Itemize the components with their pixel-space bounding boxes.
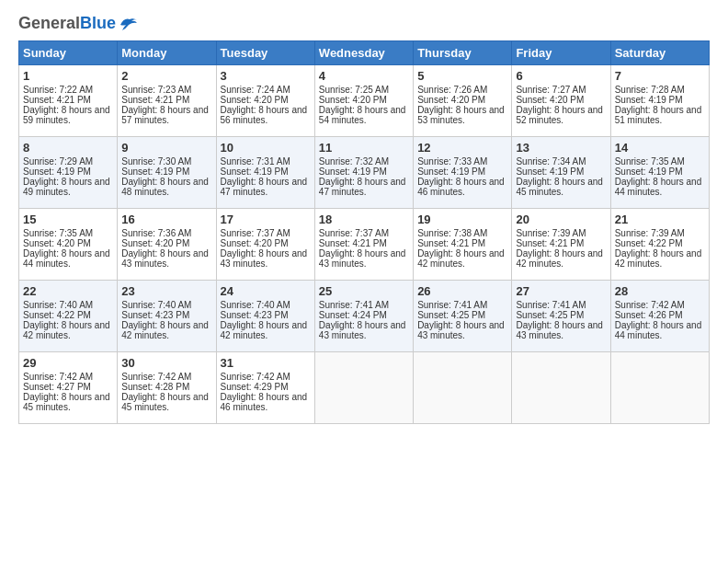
sunrise-label: Sunrise: 7:35 AM [23, 228, 93, 238]
calendar-week-row: 8Sunrise: 7:29 AMSunset: 4:19 PMDaylight… [19, 136, 710, 208]
calendar-cell: 11Sunrise: 7:32 AMSunset: 4:19 PMDayligh… [314, 136, 413, 208]
daylight-label: Daylight: 8 hours and 44 minutes. [615, 320, 702, 340]
sunset-label: Sunset: 4:19 PM [615, 95, 683, 105]
calendar-cell: 8Sunrise: 7:29 AMSunset: 4:19 PMDaylight… [19, 136, 118, 208]
daylight-label: Daylight: 8 hours and 47 minutes. [319, 177, 406, 197]
day-header-sunday: Sunday [19, 40, 118, 64]
calendar-cell: 26Sunrise: 7:41 AMSunset: 4:25 PMDayligh… [414, 280, 512, 351]
daylight-label: Daylight: 8 hours and 49 minutes. [23, 177, 110, 197]
sunset-label: Sunset: 4:20 PM [516, 95, 584, 105]
day-number: 30 [121, 356, 211, 370]
sunrise-label: Sunrise: 7:40 AM [23, 300, 93, 310]
calendar-cell: 9Sunrise: 7:30 AMSunset: 4:19 PMDaylight… [118, 136, 216, 208]
daylight-label: Daylight: 8 hours and 42 minutes. [615, 248, 702, 269]
sunrise-label: Sunrise: 7:35 AM [615, 156, 685, 167]
sunset-label: Sunset: 4:22 PM [615, 238, 683, 248]
day-number: 1 [23, 69, 113, 83]
daylight-label: Daylight: 8 hours and 43 minutes. [516, 320, 603, 340]
sunrise-label: Sunrise: 7:41 AM [319, 300, 389, 310]
daylight-label: Daylight: 8 hours and 57 minutes. [121, 105, 209, 125]
calendar-cell: 7Sunrise: 7:28 AMSunset: 4:19 PMDaylight… [610, 64, 709, 136]
day-number: 28 [615, 284, 705, 298]
daylight-label: Daylight: 8 hours and 47 minutes. [221, 177, 308, 197]
daylight-label: Daylight: 8 hours and 54 minutes. [319, 105, 406, 125]
sunset-label: Sunset: 4:20 PM [121, 238, 189, 248]
sunrise-label: Sunrise: 7:42 AM [23, 372, 93, 382]
day-header-thursday: Thursday [414, 40, 512, 64]
calendar-cell: 4Sunrise: 7:25 AMSunset: 4:20 PMDaylight… [314, 64, 413, 136]
logo-general: GeneralBlue [18, 15, 116, 33]
calendar-cell: 21Sunrise: 7:39 AMSunset: 4:22 PMDayligh… [610, 208, 709, 280]
daylight-label: Daylight: 8 hours and 56 minutes. [221, 105, 308, 125]
calendar-cell: 31Sunrise: 7:42 AMSunset: 4:29 PMDayligh… [216, 351, 314, 423]
sunrise-label: Sunrise: 7:26 AM [417, 85, 487, 95]
sunrise-label: Sunrise: 7:39 AM [615, 228, 685, 238]
daylight-label: Daylight: 8 hours and 46 minutes. [221, 392, 308, 412]
sunrise-label: Sunrise: 7:29 AM [23, 156, 93, 167]
sunrise-label: Sunrise: 7:33 AM [417, 156, 487, 167]
sunrise-label: Sunrise: 7:31 AM [221, 156, 290, 167]
day-number: 11 [319, 141, 409, 155]
sunset-label: Sunset: 4:24 PM [319, 310, 387, 320]
logo-bird-icon [119, 16, 139, 32]
sunrise-label: Sunrise: 7:36 AM [121, 228, 191, 238]
day-number: 29 [23, 356, 113, 370]
logo-blue-text: Blue [80, 14, 116, 32]
day-number: 9 [121, 141, 211, 155]
daylight-label: Daylight: 8 hours and 44 minutes. [23, 248, 110, 269]
sunset-label: Sunset: 4:20 PM [221, 95, 289, 105]
sunrise-label: Sunrise: 7:27 AM [516, 85, 586, 95]
calendar-week-row: 29Sunrise: 7:42 AMSunset: 4:27 PMDayligh… [19, 351, 710, 423]
day-header-friday: Friday [512, 40, 610, 64]
sunset-label: Sunset: 4:21 PM [417, 238, 485, 248]
calendar-cell [512, 351, 610, 423]
calendar-cell: 28Sunrise: 7:42 AMSunset: 4:26 PMDayligh… [610, 280, 709, 351]
calendar-header-row: SundayMondayTuesdayWednesdayThursdayFrid… [19, 40, 710, 64]
sunrise-label: Sunrise: 7:22 AM [23, 85, 93, 95]
calendar-cell: 22Sunrise: 7:40 AMSunset: 4:22 PMDayligh… [19, 280, 118, 351]
day-number: 26 [417, 284, 507, 298]
daylight-label: Daylight: 8 hours and 43 minutes. [319, 320, 406, 340]
daylight-label: Daylight: 8 hours and 45 minutes. [516, 177, 603, 197]
calendar-week-row: 22Sunrise: 7:40 AMSunset: 4:22 PMDayligh… [19, 280, 710, 351]
page: GeneralBlue SundayMondayTuesdayWednesday… [0, 0, 728, 563]
day-number: 27 [516, 284, 606, 298]
sunset-label: Sunset: 4:20 PM [319, 95, 387, 105]
calendar-cell: 19Sunrise: 7:38 AMSunset: 4:21 PMDayligh… [414, 208, 512, 280]
calendar-cell: 1Sunrise: 7:22 AMSunset: 4:21 PMDaylight… [19, 64, 118, 136]
sunrise-label: Sunrise: 7:41 AM [516, 300, 586, 310]
calendar: SundayMondayTuesdayWednesdayThursdayFrid… [18, 40, 710, 424]
calendar-cell [610, 351, 709, 423]
sunrise-label: Sunrise: 7:34 AM [516, 156, 586, 167]
calendar-cell: 5Sunrise: 7:26 AMSunset: 4:20 PMDaylight… [414, 64, 512, 136]
sunset-label: Sunset: 4:25 PM [516, 310, 584, 320]
calendar-cell: 12Sunrise: 7:33 AMSunset: 4:19 PMDayligh… [414, 136, 512, 208]
calendar-cell: 2Sunrise: 7:23 AMSunset: 4:21 PMDaylight… [118, 64, 216, 136]
calendar-cell: 18Sunrise: 7:37 AMSunset: 4:21 PMDayligh… [314, 208, 413, 280]
daylight-label: Daylight: 8 hours and 53 minutes. [417, 105, 505, 125]
calendar-cell: 23Sunrise: 7:40 AMSunset: 4:23 PMDayligh… [118, 280, 216, 351]
sunset-label: Sunset: 4:23 PM [221, 310, 289, 320]
sunrise-label: Sunrise: 7:30 AM [121, 156, 191, 167]
sunrise-label: Sunrise: 7:42 AM [221, 372, 290, 382]
day-number: 15 [23, 213, 113, 226]
daylight-label: Daylight: 8 hours and 42 minutes. [23, 320, 110, 340]
calendar-week-row: 15Sunrise: 7:35 AMSunset: 4:20 PMDayligh… [19, 208, 710, 280]
day-number: 31 [221, 356, 311, 370]
day-number: 18 [319, 213, 409, 226]
sunset-label: Sunset: 4:19 PM [615, 167, 683, 177]
daylight-label: Daylight: 8 hours and 59 minutes. [23, 105, 110, 125]
sunset-label: Sunset: 4:20 PM [417, 95, 485, 105]
sunset-label: Sunset: 4:25 PM [417, 310, 485, 320]
day-number: 17 [221, 213, 311, 226]
daylight-label: Daylight: 8 hours and 44 minutes. [615, 177, 702, 197]
calendar-cell [314, 351, 413, 423]
calendar-cell: 24Sunrise: 7:40 AMSunset: 4:23 PMDayligh… [216, 280, 314, 351]
sunset-label: Sunset: 4:26 PM [615, 310, 683, 320]
daylight-label: Daylight: 8 hours and 42 minutes. [221, 320, 308, 340]
header: GeneralBlue [18, 15, 710, 33]
sunset-label: Sunset: 4:19 PM [319, 167, 387, 177]
day-number: 3 [221, 69, 311, 83]
day-number: 19 [417, 213, 507, 226]
calendar-cell: 30Sunrise: 7:42 AMSunset: 4:28 PMDayligh… [118, 351, 216, 423]
